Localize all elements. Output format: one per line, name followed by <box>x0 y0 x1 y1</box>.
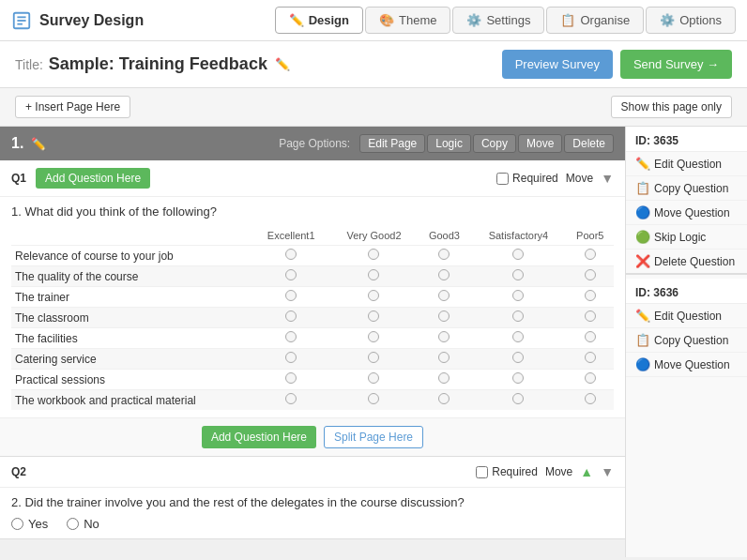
q2-move-label: Move <box>545 465 572 478</box>
q2-move-down-arrow[interactable]: ▼ <box>601 464 614 479</box>
radio-cell[interactable] <box>418 390 470 411</box>
tab-design[interactable]: ✏️ Design <box>275 7 363 34</box>
q2-no-radio[interactable] <box>67 518 79 530</box>
q2-required-checkbox[interactable] <box>476 466 488 478</box>
copy-question-q1[interactable]: 📋 Copy Question <box>626 176 747 201</box>
radio-cell[interactable] <box>252 246 330 266</box>
app-logo: Survey Design <box>11 10 275 31</box>
radio-cell[interactable] <box>330 246 419 266</box>
insert-page-button[interactable]: + Insert Page Here <box>15 96 130 118</box>
copy-page-button[interactable]: Copy <box>473 134 516 153</box>
radio-cell[interactable] <box>567 349 614 370</box>
move-icon: 🔵 <box>635 205 648 219</box>
radio-cell[interactable] <box>470 287 566 308</box>
edit-question-q2[interactable]: ✏️ Edit Question <box>626 304 747 328</box>
show-page-button[interactable]: Show this page only <box>611 96 732 118</box>
radio-cell[interactable] <box>418 308 470 328</box>
radio-cell[interactable] <box>330 328 419 349</box>
radio-cell[interactable] <box>567 390 614 411</box>
radio-cell[interactable] <box>252 328 330 349</box>
matrix-row-label: The trainer <box>11 287 252 308</box>
col-good: Good3 <box>418 226 470 246</box>
delete-question-q1[interactable]: ❌ Delete Question <box>626 250 747 275</box>
page-header: 1. ✏️ Page Options: Edit Page Logic Copy… <box>0 127 625 160</box>
radio-cell[interactable] <box>418 328 470 349</box>
send-survey-button[interactable]: Send Survey → <box>620 50 732 79</box>
q2-container: Q2 Required Move ▲ ▼ 2. Did the trainer … <box>0 457 625 539</box>
col-poor: Poor5 <box>567 226 614 246</box>
q2-move-up-arrow[interactable]: ▲ <box>580 464 593 479</box>
add-question-q1-button[interactable]: Add Question Here <box>36 168 150 189</box>
matrix-row-label: Relevance of course to your job <box>11 246 252 266</box>
q1-container: Q1 Add Question Here Required Move ▼ 1. … <box>0 160 625 457</box>
radio-cell[interactable] <box>330 349 419 370</box>
move-question-q1[interactable]: 🔵 Move Question <box>626 201 747 225</box>
q2-yes-label[interactable]: Yes <box>11 517 48 531</box>
radio-cell[interactable] <box>330 287 419 308</box>
tab-settings[interactable]: ⚙️ Settings <box>452 7 544 34</box>
radio-cell[interactable] <box>567 328 614 349</box>
radio-cell[interactable] <box>252 390 330 411</box>
split-page-button[interactable]: Split Page Here <box>324 426 423 448</box>
q2-no-label[interactable]: No <box>67 517 99 531</box>
page-toolbar: + Insert Page Here Show this page only <box>0 88 747 127</box>
add-question-bottom-button[interactable]: Add Question Here <box>202 426 316 448</box>
radio-cell[interactable] <box>252 308 330 328</box>
radio-cell[interactable] <box>252 349 330 370</box>
copy-question-q2[interactable]: 📋 Copy Question <box>626 328 747 353</box>
theme-tab-icon: 🎨 <box>379 13 394 27</box>
radio-cell[interactable] <box>418 287 470 308</box>
tab-options[interactable]: ⚙️ Options <box>646 7 736 34</box>
radio-cell[interactable] <box>470 266 566 287</box>
edit-page-button[interactable]: Edit Page <box>359 134 425 153</box>
edit-question-q1[interactable]: ✏️ Edit Question <box>626 152 747 176</box>
delete-page-button[interactable]: Delete <box>564 134 614 153</box>
q2-id: ID: 3636 <box>626 279 747 304</box>
radio-cell[interactable] <box>252 266 330 287</box>
radio-cell[interactable] <box>418 370 470 390</box>
title-edit-icon[interactable]: ✏️ <box>275 57 290 71</box>
radio-cell[interactable] <box>567 287 614 308</box>
q1-move-label: Move <box>566 172 593 185</box>
title-bar: Title: Sample: Training Feedback ✏️ Prev… <box>0 41 747 88</box>
radio-cell[interactable] <box>418 266 470 287</box>
radio-cell[interactable] <box>252 370 330 390</box>
q1-move-down-arrow[interactable]: ▼ <box>601 171 614 186</box>
radio-cell[interactable] <box>470 390 566 411</box>
preview-survey-button[interactable]: Preview Survey <box>502 50 613 79</box>
q2-yes-radio[interactable] <box>11 518 23 530</box>
tab-organise[interactable]: 📋 Organise <box>546 7 644 34</box>
page-number: 1. <box>11 135 23 152</box>
radio-cell[interactable] <box>470 328 566 349</box>
radio-cell[interactable] <box>567 308 614 328</box>
radio-cell[interactable] <box>330 390 419 411</box>
radio-cell[interactable] <box>567 246 614 266</box>
radio-cell[interactable] <box>470 246 566 266</box>
radio-cell[interactable] <box>567 266 614 287</box>
logic-button[interactable]: Logic <box>427 134 471 153</box>
survey-title: Sample: Training Feedback <box>49 54 267 74</box>
move-page-button[interactable]: Move <box>518 134 562 153</box>
radio-cell[interactable] <box>418 246 470 266</box>
matrix-row-label: Catering service <box>11 349 252 370</box>
matrix-row-label: The classroom <box>11 308 252 328</box>
radio-cell[interactable] <box>330 370 419 390</box>
right-panel: ID: 3635 ✏️ Edit Question 📋 Copy Questio… <box>625 127 747 557</box>
radio-cell[interactable] <box>330 308 419 328</box>
radio-cell[interactable] <box>470 370 566 390</box>
skip-logic-q1[interactable]: 🟢 Skip Logic <box>626 225 747 250</box>
tab-theme[interactable]: 🎨 Theme <box>365 7 450 34</box>
radio-cell[interactable] <box>567 370 614 390</box>
page-options: Page Options: Edit Page Logic Copy Move … <box>279 134 614 153</box>
page-edit-icon[interactable]: ✏️ <box>31 137 46 151</box>
settings-tab-icon: ⚙️ <box>466 13 481 27</box>
q1-required-checkbox[interactable] <box>496 173 509 185</box>
radio-cell[interactable] <box>470 308 566 328</box>
copy-icon: 📋 <box>635 181 648 195</box>
radio-cell[interactable] <box>470 349 566 370</box>
move-question-q2[interactable]: 🔵 Move Question <box>626 353 747 377</box>
radio-cell[interactable] <box>418 349 470 370</box>
q1-label: Q1 <box>11 172 26 185</box>
radio-cell[interactable] <box>252 287 330 308</box>
radio-cell[interactable] <box>330 266 419 287</box>
